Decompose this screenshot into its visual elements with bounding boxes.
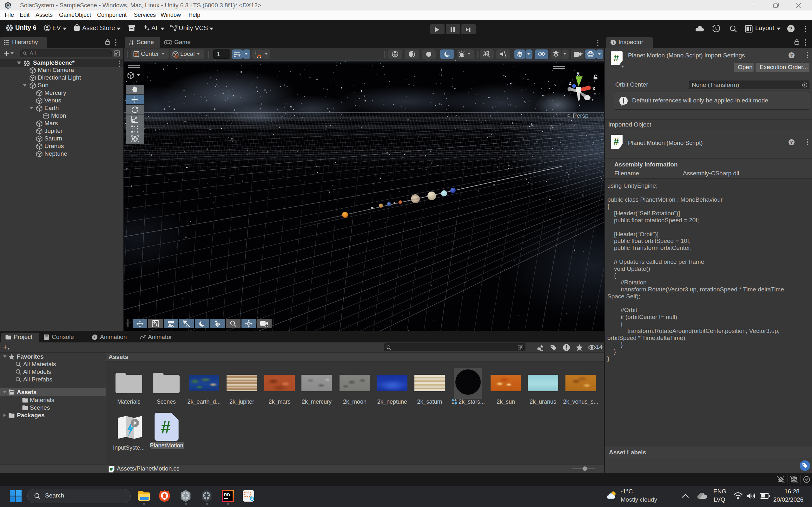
- svg-text:#: #: [614, 53, 619, 63]
- svg-text:6: 6: [9, 5, 10, 9]
- svg-text:z: z: [569, 80, 571, 86]
- svg-text:RD: RD: [224, 493, 230, 497]
- svg-text:?: ?: [790, 140, 793, 145]
- svg-text:?: ?: [789, 26, 792, 32]
- svg-text:6: 6: [209, 495, 212, 500]
- svg-text:x: x: [593, 86, 595, 91]
- svg-text:#: #: [161, 417, 171, 437]
- svg-text:#: #: [614, 136, 619, 147]
- svg-text:y: y: [576, 70, 580, 76]
- svg-text:?: ?: [790, 53, 793, 58]
- svg-text:#: #: [110, 466, 113, 471]
- svg-text:Y: Y: [238, 54, 241, 58]
